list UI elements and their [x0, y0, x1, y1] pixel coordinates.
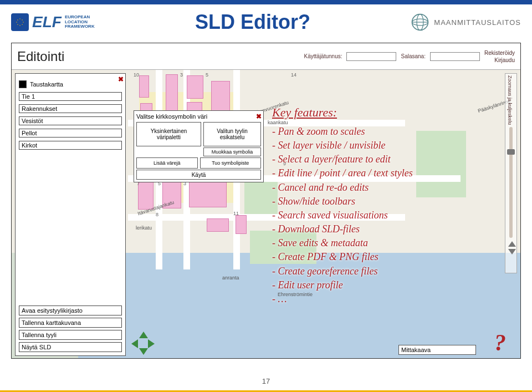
- apply-button[interactable]: Käytä: [136, 170, 261, 180]
- layer-row-rakennukset[interactable]: Rakennukset: [19, 104, 122, 114]
- svg-point-2: [19, 25, 21, 26]
- style-preview-button[interactable]: Valitun tyylin esikatselu: [203, 122, 261, 146]
- color-panel-title: Valitse kirkkosymbolin väri: [136, 113, 261, 120]
- street-label: lerikatu: [136, 225, 152, 231]
- mml-logo: MAANMITTAUSLAITOS: [411, 13, 521, 32]
- feature-item: - Set layer visible / unvisible: [272, 139, 483, 152]
- feature-item: - Pan & zoom to scales: [272, 125, 483, 139]
- layer-row-taustakartta[interactable]: Taustakartta: [19, 79, 122, 89]
- login-link[interactable]: Kirjaudu: [484, 57, 515, 63]
- simple-palette-button[interactable]: Yksinkertainen väripaletti: [136, 122, 201, 146]
- feature-item: - Create georeference files: [272, 264, 483, 278]
- username-label: Käyttäjätunnus:: [304, 53, 342, 59]
- edit-symbol-button[interactable]: Muokkaa symbolia: [203, 147, 261, 156]
- open-stylelib-button[interactable]: Avaa esitystyylikirjasto: [19, 306, 122, 315]
- register-link[interactable]: Rekisteröidy: [484, 50, 515, 56]
- globe-icon: [411, 13, 429, 32]
- slide-title: SLD Editor?: [195, 11, 310, 34]
- key-features-box: Key features: - Pan & zoom to scales - S…: [272, 104, 483, 306]
- svg-point-7: [17, 24, 18, 25]
- svg-point-1: [19, 18, 21, 19]
- save-mapimage-button[interactable]: Tallenna karttakuvana: [19, 318, 122, 328]
- map-viewport[interactable]: Vilhonvuorenkatu Itävarustajankatu Ehren…: [12, 70, 520, 358]
- layer-row-pellot[interactable]: Pellot: [19, 128, 122, 138]
- app-header: Editointi Käyttäjätunnus: Salasana: Reki…: [12, 43, 520, 70]
- feature-item: - Edit user profile: [272, 278, 483, 292]
- zoom-panel: Zoomaus ja kuljeskelu: [505, 73, 517, 273]
- page-number: 17: [262, 377, 270, 385]
- layer-row-tie1[interactable]: Tie 1: [19, 91, 122, 101]
- layer-row-vesistot[interactable]: Vesistöt: [19, 116, 122, 126]
- pan-down-icon[interactable]: [508, 249, 516, 254]
- password-label: Salasana:: [401, 53, 425, 59]
- feature-item: - Select a layer/feature to edit: [272, 152, 483, 166]
- pan-up-icon[interactable]: [508, 241, 516, 247]
- elf-logo: ELF EUROPEAN LOCATION FRAMEWORK: [11, 13, 95, 31]
- pan-up-icon[interactable]: [139, 332, 148, 338]
- layer-row-kirkot[interactable]: Kirkot: [19, 140, 122, 150]
- feature-item: - Show/hide toolbars: [272, 195, 483, 208]
- feature-item: - Download SLD-files: [272, 222, 483, 236]
- add-colors-button[interactable]: Lisää värejä: [136, 157, 198, 169]
- elf-fullname: EUROPEAN LOCATION FRAMEWORK: [65, 15, 95, 29]
- pan-right-icon[interactable]: [148, 339, 155, 348]
- feature-item: - Edit line / point / area / text styles: [272, 166, 483, 180]
- feature-item: - Create PDF & PNG files: [272, 250, 483, 264]
- feature-item: - Save edits & metadata: [272, 236, 483, 250]
- elf-star-icon: [11, 13, 29, 31]
- slide-header: ELF EUROPEAN LOCATION FRAMEWORK SLD Edit…: [0, 7, 532, 38]
- pan-left-icon[interactable]: [131, 339, 138, 348]
- color-panel: ✖ Valitse kirkkosymbolin väri Yksinkerta…: [134, 110, 264, 182]
- app-title: Editointi: [17, 49, 64, 64]
- street-label: anranta: [222, 275, 239, 281]
- import-symbol-button[interactable]: Tuo symbolipiste: [200, 157, 262, 169]
- zoom-slider[interactable]: [509, 127, 513, 238]
- top-accent-bar: [0, 0, 532, 4]
- svg-point-3: [16, 22, 17, 23]
- layer-swatch: [19, 80, 27, 88]
- username-input[interactable]: [346, 52, 396, 61]
- svg-point-6: [22, 19, 23, 21]
- zoom-label: Zoomaus ja kuljeskelu: [507, 75, 513, 125]
- zoom-handle[interactable]: [507, 149, 515, 155]
- pan-down-icon[interactable]: [139, 348, 148, 355]
- close-icon[interactable]: ✖: [256, 113, 262, 120]
- scale-box[interactable]: Mittakaava: [398, 345, 476, 355]
- feature-item: - Search saved visualisations: [272, 208, 483, 222]
- svg-point-5: [17, 19, 18, 21]
- mml-name: MAANMITTAUSLAITOS: [434, 18, 521, 27]
- question-mark: ?: [494, 329, 506, 356]
- app-screenshot: Editointi Käyttäjätunnus: Salasana: Reki…: [11, 43, 521, 359]
- svg-point-8: [22, 24, 23, 25]
- feature-item: - …: [272, 292, 483, 306]
- feature-item: - Cancel and re-do edits: [272, 181, 483, 195]
- close-icon[interactable]: ✖: [118, 75, 124, 83]
- pan-widget: [131, 332, 155, 355]
- show-sld-button[interactable]: Näytä SLD: [19, 342, 122, 352]
- elf-abbrev: ELF: [32, 13, 62, 31]
- features-heading: Key features:: [272, 104, 483, 121]
- login-area: Käyttäjätunnus: Salasana: Rekisteröidy K…: [304, 50, 515, 63]
- password-input[interactable]: [430, 52, 480, 61]
- svg-point-4: [23, 22, 24, 23]
- save-style-button[interactable]: Tallenna tyyli: [19, 330, 122, 340]
- layer-panel: ✖ Taustakartta Tie 1 Rakennukset Vesistö…: [15, 73, 126, 356]
